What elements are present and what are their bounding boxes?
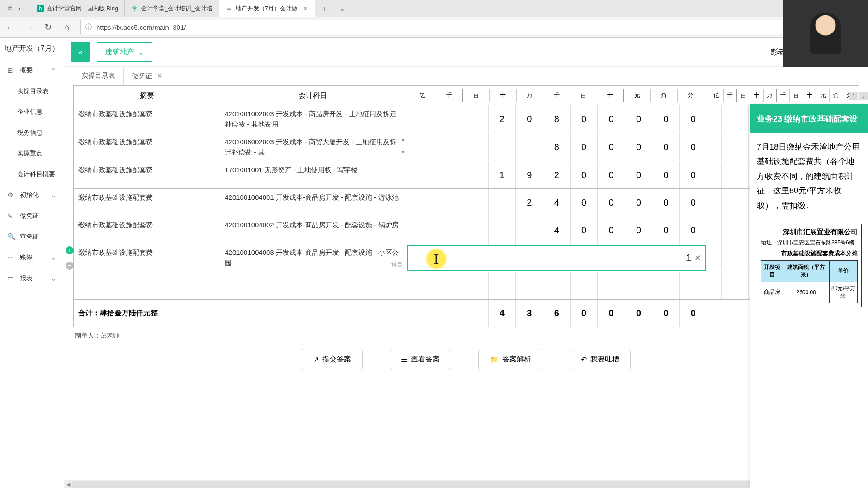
summary-cell[interactable]: 缴纳市政基础设施配套费 bbox=[74, 133, 220, 160]
sidebar-item-subjects[interactable]: 会计科目概要 bbox=[0, 164, 64, 185]
url-input[interactable] bbox=[96, 23, 828, 31]
doc-td: 80元/平方米 bbox=[829, 282, 857, 303]
action-buttons: ↗提交答案 ☰查看答案 📁答案解析 ↶我要吐槽 bbox=[73, 344, 859, 379]
total-words: 肆拾叁万陆仟元整 bbox=[100, 309, 158, 317]
clear-input-icon[interactable]: ✕ bbox=[694, 253, 701, 263]
amount-input-active[interactable]: ✕ bbox=[407, 245, 706, 271]
table-row: 缴纳市政基础设施配套费4201008002003 开发成本 - 商贸大厦开发 -… bbox=[74, 133, 859, 161]
voucher-table: 摘要 会计科目 亿千百十万千百十元角分 亿千百十万千百十元角分 缴纳市政基础设施… bbox=[73, 85, 859, 327]
back-button[interactable]: ← bbox=[5, 22, 15, 33]
subject-cell[interactable]: 4201001004003 开发成本-商品房开发 - 配套设施 - 小区公园科目 bbox=[220, 244, 406, 272]
tab-dropdown-icon[interactable]: ⌄ bbox=[334, 2, 350, 15]
home-button[interactable]: ⌂ bbox=[61, 22, 72, 33]
expand-down-icon[interactable]: ⌄ bbox=[859, 92, 868, 100]
sidebar-item-tax-info[interactable]: 税务信息 bbox=[0, 122, 64, 143]
sidebar-item-ledger[interactable]: ▭ 账簿 ⌄ bbox=[0, 247, 64, 268]
chevron-down-icon: ⌄ bbox=[138, 48, 144, 56]
sidebar-item-overview[interactable]: ⊞ 概要 ⌃ bbox=[0, 60, 64, 81]
sidebar-item-report[interactable]: ▭ 报表 ⌄ bbox=[0, 268, 64, 289]
doc-th: 开发项目 bbox=[761, 260, 783, 282]
maker-name: 彭老师 bbox=[100, 332, 119, 340]
summary-cell[interactable]: 缴纳市政基础设施配套费 bbox=[74, 244, 220, 271]
sidebar-item-company-info[interactable]: 企业信息 bbox=[0, 102, 64, 122]
debit-cell[interactable]: ✕ bbox=[406, 244, 707, 272]
sidebar-item-key-points[interactable]: 实操重点 bbox=[0, 143, 64, 164]
book-icon: ▭ bbox=[7, 253, 15, 262]
doc-th: 建筑面积（平方米） bbox=[783, 260, 829, 282]
info-icon[interactable]: ⓘ bbox=[85, 23, 92, 31]
back-history-icon[interactable]: ↩ bbox=[19, 5, 24, 12]
address-bar[interactable]: ⓘ bbox=[80, 20, 833, 34]
subject-cell[interactable]: 4201008002003 开发成本 - 商贸大厦开发 - 土地征用及拆迁补偿费… bbox=[220, 133, 406, 161]
subject-cell[interactable]: 4201001002003 开发成本 - 商品房开发 - 土地征用及拆迁补偿费 … bbox=[220, 105, 406, 133]
category-label: 建筑地产 bbox=[105, 47, 134, 57]
presenter-video bbox=[810, 13, 841, 54]
pencil-icon: ✎ bbox=[7, 212, 15, 220]
sidebar-title: 地产开发（7月） bbox=[0, 38, 64, 60]
sidebar-item-init[interactable]: ⚙ 初始化 ⌄ bbox=[0, 185, 64, 206]
explain-button[interactable]: 📁答案解析 bbox=[478, 349, 542, 370]
debit-cell[interactable]: 2400000 bbox=[406, 189, 707, 216]
sidebar-item-make-voucher[interactable]: ✎ 做凭证 bbox=[0, 206, 64, 226]
subject-cell[interactable]: 4201001004001 开发成本-商品房开发 - 配套设施 - 游泳池 bbox=[220, 189, 406, 216]
tab-practice-list[interactable]: 实操目录表 bbox=[73, 67, 123, 85]
app-root: 地产开发（7月） ⊞ 概要 ⌃ 实操目录表 企业信息 税务信息 实操重点 会计科… bbox=[0, 38, 868, 488]
sidebar-item-search-voucher[interactable]: 🔍 查凭证 bbox=[0, 226, 64, 247]
tab-bar: ⧉ ↩ b 会计学堂官网 - 国内版 Bing 学 会计学堂_会计培训_会计培 … bbox=[0, 0, 868, 17]
feedback-button[interactable]: ↶我要吐槽 bbox=[570, 349, 631, 370]
window-controls[interactable]: ⧉ ↩ bbox=[2, 0, 30, 17]
upload-icon: ↗ bbox=[313, 355, 319, 364]
amount-input[interactable] bbox=[408, 252, 691, 264]
subject-cell[interactable]: 1701001001 无形资产 - 土地使用权 - 写字楼 bbox=[220, 161, 406, 188]
summary-cell[interactable]: 缴纳市政基础设施配套费 bbox=[74, 216, 220, 244]
chevron-up-icon: ⌃ bbox=[51, 67, 57, 74]
top-bar: « 建筑地产 ⌄ 彭老师 (SVIP会员) 购买 bbox=[64, 38, 868, 67]
doc-address: 地址：深圳市宝安区宝石东路385号6楼 bbox=[761, 239, 858, 247]
debit-cell[interactable]: 19200000 bbox=[406, 161, 707, 189]
panel-collapse-controls: ⌃ ⌄ bbox=[849, 92, 868, 100]
category-dropdown[interactable]: 建筑地产 ⌄ bbox=[97, 42, 152, 62]
scroll-track[interactable] bbox=[72, 481, 860, 488]
debit-cell[interactable]: 800000 bbox=[406, 133, 707, 161]
submit-button[interactable]: ↗提交答案 bbox=[302, 349, 363, 370]
browser-tab-1[interactable]: 学 会计学堂_会计培训_会计培 bbox=[125, 0, 219, 17]
tab-make-voucher[interactable]: 做凭证 ✕ bbox=[123, 67, 171, 85]
nav-bar: ← → ↻ ⌂ ⓘ ▯▯ ☆ bbox=[0, 17, 868, 37]
chevron-down-icon: ⌄ bbox=[51, 275, 57, 282]
tab-label: 会计学堂官网 - 国内版 Bing bbox=[47, 5, 118, 13]
table-row: 缴纳市政基础设施配套费4201001002003 开发成本 - 商品房开发 - … bbox=[74, 105, 859, 133]
close-icon[interactable]: ✕ bbox=[157, 72, 163, 80]
summary-cell[interactable]: 缴纳市政基础设施配套费 bbox=[74, 105, 220, 132]
info-panel-body: 7月18日缴纳金禾湾地产公用基础设施配套费共（各个地方收费不同，的建筑面积计征，… bbox=[750, 133, 868, 219]
reply-icon: ↶ bbox=[581, 355, 587, 364]
collapse-sidebar-button[interactable]: « bbox=[71, 42, 90, 62]
doc-table: 开发项目 建筑面积（平方米） 单价 商品房 2600.00 80元/平方米 bbox=[761, 260, 858, 303]
doc-td: 商品房 bbox=[761, 282, 783, 303]
browser-tab-2[interactable]: ▭ 地产开发（7月）会计做 ✕ bbox=[219, 0, 315, 17]
chevron-down-icon: ⌄ bbox=[51, 254, 57, 261]
chevron-down-icon: ⌄ bbox=[51, 192, 57, 199]
app-icon: ⧉ bbox=[8, 5, 12, 12]
add-row-button[interactable]: + bbox=[66, 246, 74, 254]
view-answer-button[interactable]: ☰查看答案 bbox=[390, 349, 451, 370]
sidebar-item-practice-list[interactable]: 实操目录表 bbox=[0, 81, 64, 102]
subject-cell[interactable]: 4201001004002 开发成本-商品房开发 - 配套设施 - 锅炉房 bbox=[220, 216, 406, 244]
new-tab-button[interactable]: ＋ bbox=[315, 0, 334, 17]
sidebar-item-label: 查凭证 bbox=[20, 233, 39, 241]
debit-cell[interactable]: 400000 bbox=[406, 216, 707, 244]
summary-cell[interactable]: 缴纳市政基础设施配套费 bbox=[74, 161, 220, 188]
browser-tab-0[interactable]: b 会计学堂官网 - 国内版 Bing bbox=[30, 0, 125, 17]
info-panel-title: 业务23 缴纳市政基础配套设 bbox=[750, 104, 868, 133]
close-icon[interactable]: ✕ bbox=[303, 5, 308, 12]
collapse-up-icon[interactable]: ⌃ bbox=[849, 92, 858, 100]
delete-row-button[interactable]: − bbox=[66, 262, 74, 270]
summary-cell[interactable]: 缴纳市政基础设施配套费 bbox=[74, 189, 220, 216]
search-icon: 🔍 bbox=[7, 233, 15, 241]
horizontal-scrollbar[interactable]: ◀ ▶ bbox=[64, 480, 868, 488]
refresh-button[interactable]: ↻ bbox=[42, 22, 53, 33]
scroll-left-icon[interactable]: ◀ bbox=[64, 482, 72, 488]
forward-button[interactable]: → bbox=[24, 22, 34, 33]
debit-cell[interactable]: 20800000 bbox=[406, 105, 707, 133]
doc-company: 深圳市汇展置业有限公司 bbox=[761, 228, 858, 236]
col-debit: 亿千百十万千百十元角分 bbox=[406, 86, 707, 105]
